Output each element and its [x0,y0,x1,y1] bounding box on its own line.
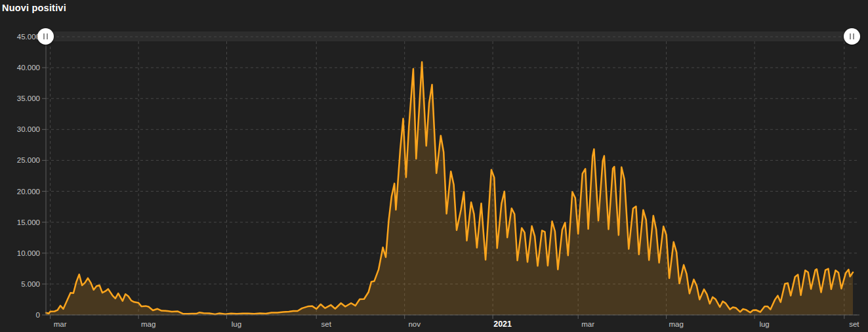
x-axis-tick-label: mar [581,320,594,328]
x-axis-tick-label: lug [759,320,769,328]
x-axis-tick-label: 2021 [493,320,512,329]
y-axis-tick-label: 35.000 [17,94,40,102]
y-axis-tick-label: 45.000 [17,33,40,41]
x-axis-tick-label: mag [141,320,155,328]
x-axis-tick-label: lug [232,320,241,328]
x-axis-tick-label: set [849,320,859,328]
range-handle-left[interactable] [37,28,54,45]
x-axis-tick-label: set [321,320,332,328]
y-axis-tick-label: 15.000 [17,218,40,226]
y-axis-tick-label: 0 [36,311,40,319]
y-axis-tick-label: 30.000 [17,125,40,133]
y-axis-tick-label: 25.000 [17,156,40,164]
y-axis-tick-label: 5.000 [21,280,40,288]
range-handle-right[interactable] [844,28,860,45]
drag-grip-icon [43,33,48,39]
drag-grip-icon [850,33,854,39]
x-axis-tick-label: nov [408,320,421,328]
y-axis-tick-label: 20.000 [17,188,40,196]
x-axis-tick-label: mar [54,320,67,328]
y-axis-tick-label: 10.000 [17,249,40,257]
y-axis-tick-label: 40.000 [17,64,40,72]
chart-plot-area[interactable]: 05.00010.00015.00020.00025.00030.00035.0… [0,0,868,332]
x-axis-tick-label: mag [669,320,683,328]
